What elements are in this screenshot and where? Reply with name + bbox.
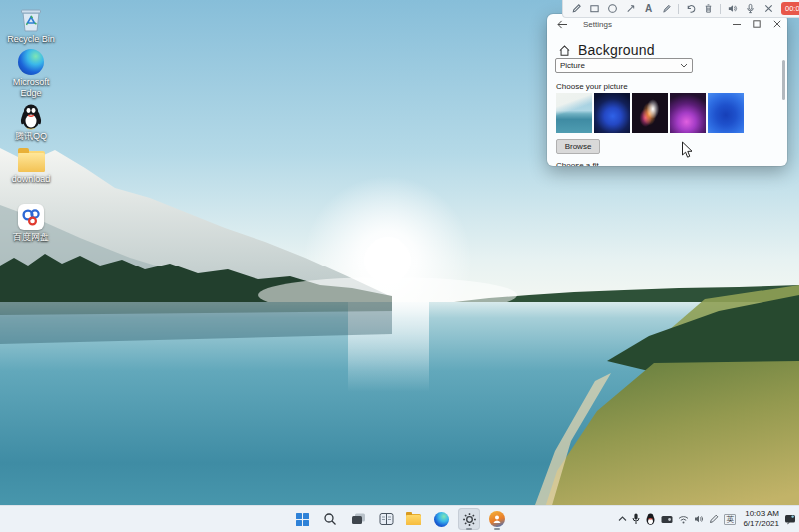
widgets-button[interactable] xyxy=(375,508,397,530)
recycle-bin-icon xyxy=(16,4,46,34)
speaker-icon[interactable] xyxy=(726,2,739,15)
clock[interactable]: 10:03 AM 6/17/2021 xyxy=(743,509,779,529)
settings-button[interactable] xyxy=(458,508,480,530)
toolbar-divider xyxy=(678,4,679,14)
recording-timer-stop-button[interactable]: 00:00:03 结束 xyxy=(781,2,799,16)
chevron-up-icon[interactable] xyxy=(618,516,627,522)
desktop-icon-label: Recycle Bin xyxy=(7,34,55,44)
file-explorer-icon xyxy=(406,514,421,525)
tray-qq-icon[interactable] xyxy=(645,513,656,525)
toolbar-divider xyxy=(720,4,721,14)
desktop-icon-label: download xyxy=(12,174,51,184)
gear-icon xyxy=(462,512,477,527)
pen-icon[interactable] xyxy=(709,514,719,524)
mouse-cursor xyxy=(681,141,693,159)
desktop-icon-label: 腾讯QQ xyxy=(15,131,47,141)
start-button[interactable] xyxy=(291,508,313,530)
chevron-down-icon xyxy=(680,63,688,68)
text-tool-icon[interactable]: A xyxy=(642,2,655,15)
minimize-icon[interactable] xyxy=(727,16,747,32)
window-title: Settings xyxy=(583,20,612,29)
baidu-netdisk-icon xyxy=(16,202,46,232)
search-icon xyxy=(323,512,337,526)
background-type-dropdown[interactable]: Picture xyxy=(555,58,693,73)
clock-time: 10:03 AM xyxy=(743,509,779,519)
wallpaper-thumbnail-5[interactable] xyxy=(708,93,744,133)
running-indicator xyxy=(494,528,500,530)
back-icon[interactable] xyxy=(555,17,569,31)
window-controls xyxy=(727,16,787,32)
tray-microphone-icon[interactable] xyxy=(632,513,640,525)
picture-thumbnails xyxy=(556,93,744,133)
dropdown-value: Picture xyxy=(560,61,680,70)
marker-icon[interactable] xyxy=(660,2,673,15)
desktop-icon-edge[interactable]: Microsoft Edge xyxy=(2,47,60,98)
recorder-app-icon xyxy=(489,511,505,527)
ellipse-icon[interactable] xyxy=(606,2,619,15)
file-explorer-button[interactable] xyxy=(402,508,424,530)
qq-icon xyxy=(16,101,46,131)
rectangle-icon[interactable] xyxy=(588,2,601,15)
desktop-icon-qq[interactable]: 腾讯QQ xyxy=(2,101,60,141)
wallpaper-thumbnail-1[interactable] xyxy=(556,93,592,133)
running-indicator xyxy=(466,528,472,530)
taskbar: 英 10:03 AM 6/17/2021 xyxy=(0,505,799,532)
browse-button[interactable]: Browse xyxy=(556,139,600,154)
clock-date: 6/17/2021 xyxy=(743,519,779,529)
screen-recorder-toolbar: A 00:00:03 结束 xyxy=(562,0,799,18)
desktop-icon-label: Microsoft Edge xyxy=(3,77,59,98)
settings-window: Settings Background Picture Choose your … xyxy=(547,14,787,166)
folder-icon xyxy=(16,144,46,174)
page-heading: Background xyxy=(558,42,655,58)
taskbar-app-icons xyxy=(291,506,508,532)
wallpaper-thumbnail-4[interactable] xyxy=(670,93,706,133)
desktop-icon-folder[interactable]: download xyxy=(2,144,60,184)
maximize-icon[interactable] xyxy=(747,16,767,32)
scrollbar-thumb[interactable] xyxy=(782,60,785,100)
ime-indicator[interactable]: 英 xyxy=(724,514,736,525)
tray-recorder-icon[interactable] xyxy=(661,515,673,524)
page-title: Background xyxy=(578,42,655,58)
edge-icon xyxy=(16,47,46,77)
choose-a-fit-label: Choose a fit xyxy=(556,161,599,166)
home-icon xyxy=(558,44,571,57)
edge-icon xyxy=(434,512,449,527)
trash-icon[interactable] xyxy=(702,2,715,15)
close-icon[interactable] xyxy=(767,16,787,32)
search-button[interactable] xyxy=(319,508,341,530)
edge-button[interactable] xyxy=(430,508,452,530)
microphone-icon[interactable] xyxy=(744,2,757,15)
choose-picture-label: Choose your picture xyxy=(556,82,628,91)
desktop-icon-column: Recycle Bin Microsoft Edge 腾讯QQ download xyxy=(2,4,60,245)
notification-icon[interactable] xyxy=(784,514,796,525)
desktop-icon-label: 百度网盘 xyxy=(13,232,49,242)
system-tray: 英 10:03 AM 6/17/2021 xyxy=(618,506,796,532)
volume-icon[interactable] xyxy=(694,514,704,524)
desktop-icon-recycle-bin[interactable]: Recycle Bin xyxy=(2,4,60,44)
desktop-icon-baidu-netdisk[interactable]: 百度网盘 xyxy=(2,202,60,242)
undo-icon[interactable] xyxy=(684,2,697,15)
recorder-app-button[interactable] xyxy=(486,508,508,530)
windows-logo-icon xyxy=(296,513,309,526)
network-icon[interactable] xyxy=(678,515,689,524)
arrow-icon[interactable] xyxy=(624,2,637,15)
widgets-icon xyxy=(379,512,394,526)
close-recording-icon[interactable] xyxy=(762,2,775,15)
wallpaper-thumbnail-3[interactable] xyxy=(632,93,668,133)
task-view-icon xyxy=(351,512,366,526)
task-view-button[interactable] xyxy=(347,508,369,530)
wallpaper-thumbnail-2[interactable] xyxy=(594,93,630,133)
pencil-icon[interactable] xyxy=(570,2,583,15)
